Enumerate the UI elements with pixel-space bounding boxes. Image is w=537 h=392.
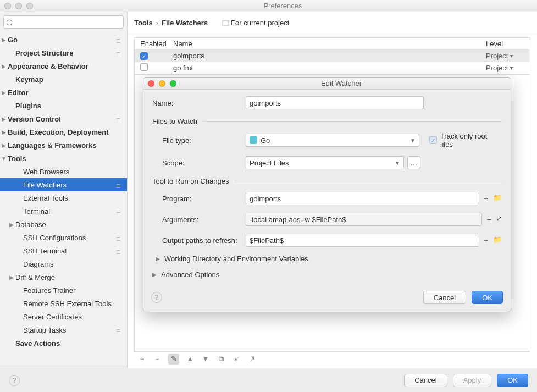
sidebar-item-editor[interactable]: ▶Editor <box>0 86 127 99</box>
program-label: Program: <box>152 195 246 203</box>
sidebar-item-ssh-terminal[interactable]: SSH Terminal <box>0 244 127 257</box>
down-icon[interactable]: ▼ <box>201 355 210 363</box>
up-icon[interactable]: ▲ <box>186 355 195 363</box>
table-row[interactable]: ✓goimportsProject ▾ <box>135 50 530 62</box>
insert-macro-icon[interactable]: ＋ <box>483 235 490 245</box>
window-titlebar: Preferences <box>0 0 537 12</box>
sidebar-item-version-control[interactable]: ▶Version Control <box>0 112 127 125</box>
scope-label: Scope: <box>152 159 246 167</box>
dialog-title: Edit Watcher <box>176 79 506 87</box>
preferences-sidebar: ▶GoProject Structure▶Appearance & Behavi… <box>0 12 128 368</box>
sidebar-item-save-actions[interactable]: Save Actions <box>0 336 127 350</box>
browse-icon[interactable]: 📁 <box>493 194 502 203</box>
help-icon[interactable]: ? <box>9 375 20 386</box>
workdir-disclosure[interactable]: ▶Working Directory and Environment Varia… <box>156 255 502 263</box>
watchers-toolbar: ＋ － ✎ ▲ ▼ ⧉ ⭹ ⭷ <box>134 351 530 366</box>
sidebar-item-server-certificates[interactable]: Server Certificates <box>0 310 127 323</box>
scope-select[interactable]: Project Files ▼ <box>246 156 404 169</box>
sidebar-item-external-tools[interactable]: External Tools <box>0 191 127 205</box>
copy-icon[interactable]: ⧉ <box>217 355 225 363</box>
add-icon[interactable]: ＋ <box>137 355 146 363</box>
window-title: Preferences <box>33 2 533 10</box>
dialog-ok-button[interactable]: OK <box>472 291 503 304</box>
sidebar-item-startup-tasks[interactable]: Startup Tasks <box>0 323 127 336</box>
traffic-lights <box>4 3 33 9</box>
advanced-disclosure[interactable]: ▶Advanced Options <box>152 270 502 279</box>
cancel-button[interactable]: Cancel <box>404 374 447 387</box>
outputpaths-label: Output paths to refresh: <box>152 236 246 245</box>
col-name[interactable]: Name <box>170 40 486 48</box>
import-icon[interactable]: ⭹ <box>232 355 241 363</box>
col-enabled[interactable]: Enabled <box>135 40 170 48</box>
insert-macro-icon[interactable]: ＋ <box>485 214 492 224</box>
close-dot[interactable] <box>4 3 11 9</box>
sidebar-item-go[interactable]: ▶Go <box>0 33 127 46</box>
breadcrumb-tools[interactable]: Tools <box>134 19 153 27</box>
col-level[interactable]: Level <box>486 40 530 48</box>
preferences-tree[interactable]: ▶GoProject Structure▶Appearance & Behavi… <box>0 32 127 368</box>
name-label: Name: <box>152 99 246 107</box>
chevron-down-icon: ▼ <box>410 137 416 143</box>
remove-icon[interactable]: － <box>153 355 162 363</box>
dialog-close-icon[interactable] <box>148 80 154 87</box>
enabled-checkbox[interactable] <box>140 63 148 71</box>
sidebar-item-database[interactable]: ▶Database <box>0 218 127 231</box>
program-input[interactable]: goimports <box>246 192 479 205</box>
sidebar-item-web-browsers[interactable]: Web Browsers <box>0 165 127 178</box>
sidebar-item-file-watchers[interactable]: File Watchers <box>0 178 127 191</box>
sidebar-item-plugins[interactable]: Plugins <box>0 99 127 112</box>
sidebar-item-tools[interactable]: ▼Tools <box>0 152 127 165</box>
current-project-hint: For current project <box>222 19 289 27</box>
filetype-label: File type: <box>152 136 246 145</box>
scope-browse-button[interactable]: … <box>407 156 420 169</box>
ok-button[interactable]: OK <box>497 374 528 387</box>
minimize-dot[interactable] <box>15 3 22 9</box>
go-file-icon <box>250 136 257 144</box>
enabled-checkbox[interactable]: ✓ <box>140 52 148 60</box>
arguments-label: Arguments: <box>152 216 246 224</box>
expand-icon[interactable]: ⤢ <box>496 214 502 224</box>
edit-icon[interactable]: ✎ <box>168 354 179 365</box>
preferences-footer: ? Cancel Apply OK <box>0 368 537 392</box>
browse-icon[interactable]: 📁 <box>493 235 502 245</box>
dialog-zoom-icon[interactable] <box>170 80 176 87</box>
sidebar-item-languages-frameworks[interactable]: ▶Languages & Frameworks <box>0 139 127 152</box>
outputpaths-input[interactable]: $FilePath$ <box>246 234 479 247</box>
table-row[interactable]: go fmtProject ▾ <box>135 62 530 74</box>
dialog-help-icon[interactable]: ? <box>151 292 162 303</box>
svg-rect-0 <box>223 20 228 26</box>
sidebar-item-ssh-configurations[interactable]: SSH Configurations <box>0 231 127 244</box>
track-root-checkbox: ✓ Track only root files <box>429 132 502 148</box>
breadcrumb-filewatchers: File Watchers <box>162 19 208 27</box>
export-icon[interactable]: ⭷ <box>247 355 256 363</box>
sidebar-item-features-trainer[interactable]: Features Trainer <box>0 284 127 297</box>
sidebar-item-remote-ssh-external-tools[interactable]: Remote SSH External Tools <box>0 297 127 310</box>
search-input[interactable] <box>3 15 124 29</box>
watchers-table: Enabled Name Level ✓goimportsProject ▾go… <box>134 37 530 75</box>
zoom-dot[interactable] <box>26 3 33 9</box>
insert-macro-icon[interactable]: ＋ <box>483 194 490 203</box>
sidebar-item-build-execution-deployment[interactable]: ▶Build, Execution, Deployment <box>0 125 127 139</box>
edit-watcher-dialog: Edit Watcher Name: Files to Watch File t… <box>143 77 511 312</box>
apply-button: Apply <box>453 374 492 387</box>
sidebar-item-diff-merge[interactable]: ▶Diff & Merge <box>0 270 127 284</box>
arguments-input[interactable]: -local amap-aos -w $FilePath$ <box>246 213 482 226</box>
name-input[interactable] <box>246 96 424 109</box>
sidebar-item-diagrams[interactable]: Diagrams <box>0 257 127 270</box>
tool-section-label: Tool to Run on Changes <box>152 177 229 185</box>
files-section-label: Files to Watch <box>152 117 197 125</box>
sidebar-item-terminal[interactable]: Terminal <box>0 205 127 218</box>
sidebar-item-appearance-behavior[interactable]: ▶Appearance & Behavior <box>0 59 127 73</box>
dialog-minimize-icon[interactable] <box>159 80 165 87</box>
sidebar-item-keymap[interactable]: Keymap <box>0 73 127 86</box>
breadcrumb-sep: › <box>156 19 158 27</box>
dialog-cancel-button[interactable]: Cancel <box>423 291 466 304</box>
filetype-select[interactable]: Go ▼ <box>246 134 419 147</box>
sidebar-item-project-structure[interactable]: Project Structure <box>0 46 127 59</box>
chevron-down-icon: ▼ <box>395 160 400 166</box>
